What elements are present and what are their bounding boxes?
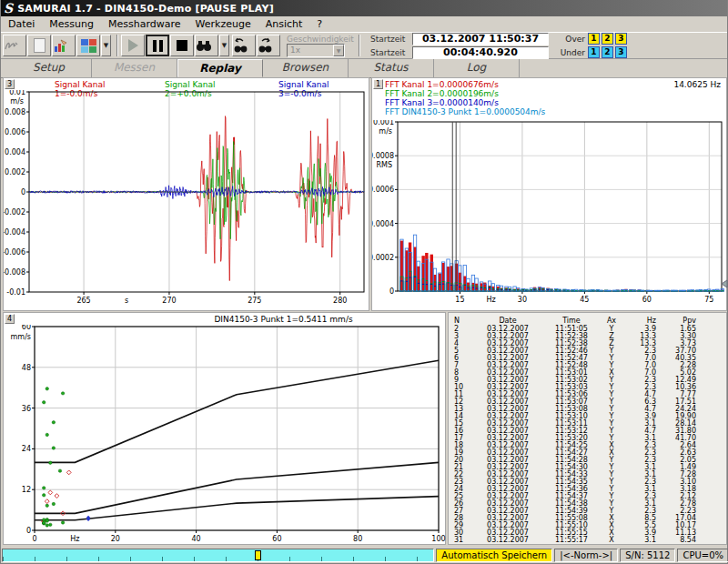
stop-icon	[177, 40, 187, 51]
search-dropdown-button[interactable]: ▼	[219, 35, 229, 56]
binoculars-forward-icon	[258, 37, 272, 54]
tab-bar: SetupMessenReplayBrowsenStatusLog	[1, 59, 727, 78]
svg-text:48: 48	[22, 364, 31, 372]
over-label: Over	[558, 35, 585, 44]
norm-button[interactable]: |<-Norm->|	[554, 549, 618, 562]
play-button[interactable]	[121, 35, 145, 56]
signature-icon	[4, 39, 20, 52]
signature-button[interactable]	[3, 35, 26, 56]
startzeit-label-1: Startzeit	[370, 35, 412, 44]
svg-text:0: 0	[389, 287, 394, 296]
window-layout-button[interactable]	[76, 35, 100, 56]
fft-pan-marker	[722, 280, 727, 287]
toolbar-separator	[116, 35, 118, 56]
svg-text:0.008: 0.008	[5, 108, 25, 116]
play-icon	[128, 39, 138, 52]
table-cell: 03.12.2007	[472, 537, 543, 544]
svg-text:0.006: 0.006	[5, 128, 25, 136]
svg-text:45: 45	[580, 296, 589, 304]
window-title: SAMURAI 1.7 - DIN4150-Demo [PAUSE PLAY]	[17, 3, 274, 15]
start-time-block: Startzeit 03.12.2007 11:50:37 Startzeit …	[370, 32, 549, 60]
tab-log[interactable]: Log	[434, 59, 520, 77]
event-table[interactable]: NDateTimeAxHzPpv203.12.200711:51:05Y3.91…	[450, 317, 724, 544]
tab-browsen[interactable]: Browsen	[263, 59, 349, 77]
pause-icon	[153, 40, 163, 52]
din-plot[interactable]: 60483624120mm/s020406080100Hz	[4, 325, 447, 546]
over-channel-indicator[interactable]: 2	[602, 33, 613, 45]
svg-text:-0.008: -0.008	[4, 268, 25, 277]
svg-text:100: 100	[431, 535, 445, 543]
layout-dropdown-button[interactable]: ▼	[101, 35, 111, 56]
new-file-icon	[34, 38, 46, 53]
svg-text:270: 270	[162, 297, 176, 305]
svg-text:0: 0	[26, 527, 31, 535]
measurement-hardware-button[interactable]	[52, 35, 76, 56]
menu-item-werkzeuge[interactable]: Werkzeuge	[188, 16, 258, 32]
startzeit-label-2: Startzeit	[370, 48, 412, 57]
startzeit-value-2: 00:04:40.920	[412, 46, 549, 59]
svg-text:60: 60	[22, 325, 31, 331]
under-channel-indicator[interactable]: 1	[588, 46, 600, 58]
svg-text:m/s: m/s	[379, 127, 392, 136]
table-row[interactable]: 3103.12.200711:55:17X3.18.54	[450, 537, 724, 544]
svg-text:0.0008: 0.0008	[372, 152, 394, 160]
svg-text:15: 15	[455, 296, 464, 304]
search-previous-button[interactable]	[232, 35, 256, 56]
fft-plot[interactable]: 0.0010.00080.00060.00040.00020m/sRMS1530…	[372, 120, 728, 312]
legend-entry: FFT Kanal 1=0.0000676m/s	[385, 80, 545, 89]
tab-replay[interactable]: Replay	[177, 59, 263, 77]
svg-text:0.002: 0.002	[5, 168, 25, 176]
speed-value: 1x	[290, 45, 300, 55]
status-bar: Automatisch Speichern |<-Norm->| S/N: 51…	[1, 548, 728, 563]
din-chart-title: DIN4150-3 Punkt 1=0.5411 mm/s	[4, 315, 445, 324]
svg-text:60: 60	[272, 535, 281, 543]
speed-control: Geschwindigkeit 1x ▼	[287, 35, 352, 57]
event-table-panel[interactable]: NDateTimeAxHzPpv203.12.200711:51:05Y3.91…	[448, 312, 727, 545]
tab-setup[interactable]: Setup	[6, 59, 92, 77]
fft-cursor-readout: 14.0625 Hz	[673, 80, 721, 89]
over-channel-indicator[interactable]: 1	[588, 33, 600, 45]
stop-button[interactable]	[170, 35, 194, 56]
over-channel-indicator[interactable]: 3	[615, 33, 627, 45]
signal-plot[interactable]: 0.010.0080.0060.0040.0020-0.002-0.004-0.…	[4, 90, 370, 312]
cpu-usage: CPU=0%	[677, 549, 728, 562]
speed-select[interactable]: 1x ▼	[287, 44, 345, 57]
menu-item-ansicht[interactable]: Ansicht	[258, 16, 310, 32]
search-next-button[interactable]	[257, 35, 280, 56]
legend-entry: FFT DIN4150-3 Punkt 1=0.0000504m/s	[385, 107, 545, 116]
under-channel-indicator[interactable]: 3	[615, 46, 627, 58]
under-channel-indicator[interactable]: 2	[602, 46, 613, 58]
svg-text:-0.01: -0.01	[6, 288, 25, 297]
svg-text:0.01: 0.01	[9, 90, 25, 96]
timeline-slider[interactable]	[2, 549, 434, 562]
tab-messen[interactable]: Messen	[92, 59, 177, 77]
panel-badge[interactable]: 3	[5, 79, 15, 89]
panel-badge[interactable]: 4	[5, 314, 15, 324]
table-cell: 3.1	[623, 537, 656, 544]
tab-status[interactable]: Status	[349, 59, 434, 77]
binoculars-back-icon	[233, 37, 248, 54]
speed-label: Geschwindigkeit	[287, 35, 352, 44]
svg-text:RMS: RMS	[376, 161, 392, 169]
search-button[interactable]	[195, 35, 218, 56]
pause-button[interactable]	[146, 35, 169, 56]
menu-item-messung[interactable]: Messung	[42, 16, 101, 32]
menu-item-messhardware[interactable]: Messhardware	[101, 16, 188, 32]
hand-chart-icon	[53, 38, 69, 53]
panel-badge[interactable]: 1	[373, 79, 383, 89]
app-logo-icon: S	[4, 2, 13, 15]
svg-text:m/s: m/s	[10, 97, 24, 106]
table-cell: X	[600, 537, 623, 544]
svg-text:265: 265	[76, 297, 90, 305]
legend-entry: FFT Kanal 3=0.0000140m/s	[385, 98, 545, 107]
menu-item-[interactable]: ?	[309, 16, 329, 32]
toolbar: ▼ ▼	[1, 33, 727, 59]
svg-text:mm/s: mm/s	[11, 333, 31, 341]
svg-text:280: 280	[333, 297, 347, 305]
svg-text:24: 24	[22, 445, 31, 453]
menu-item-datei[interactable]: Datei	[1, 16, 42, 32]
svg-text:80: 80	[353, 535, 362, 543]
toolbar-separator	[359, 35, 360, 56]
new-file-button[interactable]	[27, 35, 51, 56]
timeline-marker[interactable]	[255, 550, 261, 560]
